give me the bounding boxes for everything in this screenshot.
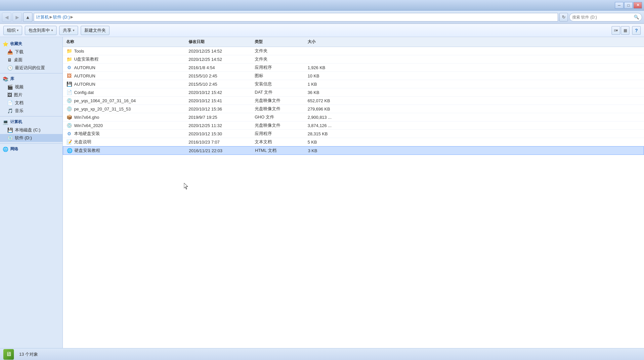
file-name: Tools bbox=[74, 49, 84, 54]
file-modified: 2020/10/12 15:42 bbox=[189, 90, 255, 95]
desktop-icon: 🖥 bbox=[7, 57, 12, 63]
col-name[interactable]: 名称 bbox=[66, 39, 189, 45]
file-modified: 2015/5/10 2:45 bbox=[189, 82, 255, 87]
file-name-cell: 📄 Config.dat bbox=[66, 89, 189, 95]
network-section: 🌐 网络 bbox=[0, 145, 63, 153]
sidebar-divider-1 bbox=[0, 73, 63, 73]
file-name: 光盘说明 bbox=[74, 139, 91, 145]
table-row[interactable]: 📝 光盘说明 2016/10/23 7:07 文本文档 5 KB bbox=[63, 138, 644, 146]
table-row[interactable]: 📁 U盘安装教程 2020/12/25 14:52 文件夹 bbox=[63, 55, 644, 64]
doc-label: 文档 bbox=[15, 100, 23, 106]
table-row[interactable]: 🌐 硬盘安装教程 2016/11/21 22:03 HTML 文档 3 KB bbox=[63, 146, 644, 155]
library-header[interactable]: 📚 库 bbox=[0, 75, 63, 83]
table-row[interactable]: 💾 AUTORUN 2015/5/10 2:45 安装信息 1 KB bbox=[63, 80, 644, 88]
file-modified: 2016/11/21 22:03 bbox=[189, 148, 255, 153]
back-button[interactable]: ◀ bbox=[2, 13, 11, 22]
file-type-icon: 📄 bbox=[66, 89, 72, 95]
sidebar-item-doc[interactable]: 📄 文档 bbox=[0, 99, 63, 107]
file-name-cell: 🖼 AUTORUN bbox=[66, 73, 189, 79]
search-icon[interactable]: 🔍 bbox=[634, 15, 639, 20]
sidebar-item-local-c[interactable]: 💾 本地磁盘 (C:) bbox=[0, 126, 63, 134]
col-modified[interactable]: 修改日期 bbox=[189, 39, 255, 45]
file-name: U盘安装教程 bbox=[74, 56, 99, 62]
col-type[interactable]: 类型 bbox=[255, 39, 308, 45]
computer-header[interactable]: 💻 计算机 bbox=[0, 118, 63, 126]
file-type-icon: ⚙ bbox=[66, 131, 72, 137]
organize-button[interactable]: 组织 ▾ bbox=[3, 26, 22, 35]
sidebar-item-recent[interactable]: 🕒 最近访问的位置 bbox=[0, 64, 63, 72]
close-button[interactable]: ✕ bbox=[633, 2, 642, 9]
up-button[interactable]: ▲ bbox=[23, 13, 32, 22]
statusbar: 🖥 13 个对象 bbox=[0, 348, 644, 360]
file-type-icon: 📁 bbox=[66, 56, 72, 62]
library-section: 📚 库 🎬 视频 🖼 图片 📄 文档 🎵 音乐 bbox=[0, 75, 63, 115]
sidebar-item-video[interactable]: 🎬 视频 bbox=[0, 83, 63, 91]
file-type-icon: 📝 bbox=[66, 139, 72, 145]
table-row[interactable]: 📦 Win7x64.gho 2019/9/7 19:25 GHO 文件 2,90… bbox=[63, 113, 644, 121]
file-modified: 2020/12/25 11:32 bbox=[189, 123, 255, 128]
file-type: 文件夹 bbox=[255, 48, 308, 54]
view-change-button[interactable]: ≡▾ bbox=[612, 26, 620, 35]
file-modified: 2019/9/7 19:25 bbox=[189, 115, 255, 120]
table-row[interactable]: ⚙ 本地硬盘安装 2020/10/12 15:30 应用程序 28,315 KB bbox=[63, 130, 644, 138]
image-icon: 🖼 bbox=[7, 92, 12, 98]
help-button[interactable]: ? bbox=[632, 26, 641, 35]
status-app-icon: 🖥 bbox=[3, 349, 14, 360]
view-preview-button[interactable]: ▦ bbox=[621, 26, 629, 35]
file-size: 652,072 KB bbox=[308, 98, 351, 103]
file-name: 本地硬盘安装 bbox=[74, 131, 100, 137]
include-dropdown-icon: ▾ bbox=[51, 28, 53, 32]
file-name-cell: ⚙ AUTORUN bbox=[66, 65, 189, 70]
file-size: 2,900,813 ... bbox=[308, 115, 351, 120]
organize-dropdown-icon: ▾ bbox=[17, 28, 19, 32]
search-input[interactable] bbox=[572, 15, 632, 20]
col-size[interactable]: 大小 bbox=[308, 39, 351, 45]
file-name-cell: 📦 Win7x64.gho bbox=[66, 114, 189, 120]
file-type: 应用程序 bbox=[255, 65, 308, 70]
desktop-label: 桌面 bbox=[14, 57, 22, 63]
file-type: 光盘映像文件 bbox=[255, 98, 308, 104]
file-modified: 2020/12/25 14:52 bbox=[189, 57, 255, 62]
breadcrumb-computer[interactable]: 计算机 bbox=[36, 14, 49, 20]
sidebar-item-downloads[interactable]: 📥 下载 bbox=[0, 48, 63, 56]
forward-button[interactable]: ▶ bbox=[13, 13, 22, 22]
minimize-button[interactable]: ─ bbox=[615, 2, 623, 9]
library-icon: 📚 bbox=[3, 76, 8, 82]
table-row[interactable]: 💿 pe_yqs_xp_20_07_31_15_53 2020/10/12 15… bbox=[63, 105, 644, 113]
file-name-cell: 📝 光盘说明 bbox=[66, 139, 189, 145]
network-header[interactable]: 🌐 网络 bbox=[0, 145, 63, 153]
file-type: 文本文档 bbox=[255, 139, 308, 145]
table-row[interactable]: 📄 Config.dat 2020/10/12 15:42 DAT 文件 36 … bbox=[63, 88, 644, 97]
file-name: AUTORUN bbox=[74, 73, 95, 78]
file-modified: 2020/10/12 15:41 bbox=[189, 98, 255, 103]
table-row[interactable]: 💿 pe_yqs_1064_20_07_31_16_04 2020/10/12 … bbox=[63, 97, 644, 105]
sidebar-item-desktop[interactable]: 🖥 桌面 bbox=[0, 56, 63, 64]
sidebar-item-music[interactable]: 🎵 音乐 bbox=[0, 107, 63, 115]
refresh-button[interactable]: ↻ bbox=[559, 13, 568, 22]
search-bar: 🔍 bbox=[569, 13, 642, 22]
file-name: pe_yqs_1064_20_07_31_16_04 bbox=[74, 98, 136, 103]
image-label: 图片 bbox=[14, 92, 22, 98]
table-row[interactable]: 🖼 AUTORUN 2015/5/10 2:45 图标 10 KB bbox=[63, 72, 644, 80]
include-button[interactable]: 包含到库中 ▾ bbox=[25, 26, 57, 35]
sidebar-item-image[interactable]: 🖼 图片 bbox=[0, 91, 63, 99]
share-button[interactable]: 共享 ▾ bbox=[59, 26, 78, 35]
new-folder-button[interactable]: 新建文件夹 bbox=[81, 26, 109, 35]
file-name-cell: ⚙ 本地硬盘安装 bbox=[66, 131, 189, 137]
file-size: 1 KB bbox=[308, 82, 351, 87]
file-name: AUTORUN bbox=[74, 65, 95, 70]
table-row[interactable]: 💿 Win7x64_2020 2020/12/25 11:32 光盘映像文件 3… bbox=[63, 121, 644, 130]
file-type-icon: 💾 bbox=[66, 81, 72, 87]
table-row[interactable]: 📁 Tools 2020/12/25 14:52 文件夹 bbox=[63, 47, 644, 55]
sidebar-item-soft-d[interactable]: 💿 软件 (D:) bbox=[0, 134, 63, 142]
computer-icon: 💻 bbox=[3, 119, 8, 125]
file-type: DAT 文件 bbox=[255, 89, 308, 95]
share-label: 共享 bbox=[63, 27, 71, 33]
favorites-header[interactable]: ⭐ 收藏夹 bbox=[0, 40, 63, 48]
table-row[interactable]: ⚙ AUTORUN 2016/1/8 4:54 应用程序 1,926 KB bbox=[63, 64, 644, 72]
maximize-button[interactable]: □ bbox=[624, 2, 633, 9]
breadcrumb: 计算机 ▶ 软件 (D:) ▶ bbox=[34, 13, 558, 22]
file-size: 28,315 KB bbox=[308, 131, 351, 136]
breadcrumb-drive[interactable]: 软件 (D:) bbox=[53, 14, 70, 20]
status-count: 13 个对象 bbox=[19, 351, 38, 357]
